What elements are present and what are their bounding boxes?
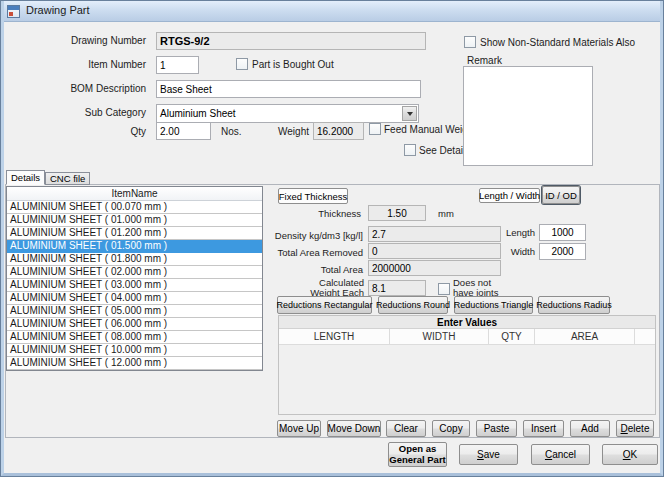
- sub-category-value: Aluminium Sheet: [160, 108, 236, 119]
- clear-button[interactable]: Clear: [386, 420, 426, 437]
- save-accel: S: [477, 449, 484, 460]
- bom-description-field[interactable]: Base Sheet: [156, 80, 421, 98]
- width-label: Width: [475, 246, 535, 257]
- feed-manual-weight-checkbox[interactable]: [369, 123, 381, 135]
- sub-category-select[interactable]: Aluminium Sheet: [156, 104, 419, 123]
- thickness-field: 1.50: [368, 205, 426, 221]
- tab-details[interactable]: Details: [6, 170, 45, 185]
- open-general-line2: General Part: [389, 455, 446, 466]
- weight-field: 16.2000: [313, 122, 364, 140]
- see-detail-label: See Detail: [419, 145, 465, 156]
- grid-title: Enter Values: [279, 316, 655, 329]
- list-item[interactable]: ALUMINIUM SHEET ( 03.000 mm ): [7, 279, 262, 292]
- length-label: Length: [475, 227, 535, 238]
- part-bought-out-label: Part is Bought Out: [252, 59, 334, 70]
- cancel-button[interactable]: Cancel: [531, 444, 590, 465]
- insert-button[interactable]: Insert: [523, 420, 564, 437]
- item-list: ItemName ALUMINIUM SHEET ( 00.070 mm )AL…: [6, 186, 263, 371]
- move-down-button[interactable]: Move Down: [327, 420, 381, 437]
- list-item[interactable]: ALUMINIUM SHEET ( 04.000 mm ): [7, 292, 262, 305]
- total-area-removed-label: Total Area Removed: [271, 247, 363, 258]
- save-button[interactable]: Save: [459, 444, 518, 465]
- list-item[interactable]: ALUMINIUM SHEET ( 01.000 mm ): [7, 214, 262, 227]
- remark-textarea[interactable]: [463, 66, 593, 166]
- add-button[interactable]: Add: [570, 420, 610, 437]
- bom-description-label: BOM Description: [41, 83, 146, 94]
- density-label: Density kg/dm3 [kg/l]: [259, 230, 363, 241]
- grid-col-filler: [635, 329, 655, 344]
- total-area-field: 2000000: [368, 260, 501, 276]
- fixed-thickness-button[interactable]: Fixed Thickness: [278, 188, 348, 204]
- item-list-header: ItemName: [7, 187, 262, 201]
- item-number-field[interactable]: 1: [156, 56, 199, 74]
- length-width-button[interactable]: Length / Width: [479, 188, 540, 203]
- open-as-general-part-button[interactable]: Open as General Part: [388, 442, 447, 467]
- grid-col-width: WIDTH: [390, 329, 489, 344]
- ok-button[interactable]: OK: [602, 444, 658, 465]
- show-nonstandard-label: Show Non-Standard Materials Also: [480, 37, 635, 48]
- delete-accel: D: [621, 423, 628, 434]
- id-od-button[interactable]: ID / OD: [542, 186, 580, 204]
- reductions-radius-button[interactable]: Reductions Radius: [538, 296, 610, 314]
- grid-body[interactable]: [279, 345, 655, 414]
- cancel-accel: C: [545, 449, 552, 460]
- part-bought-out-checkbox[interactable]: [236, 58, 248, 70]
- move-up-button[interactable]: Move Up: [277, 420, 321, 437]
- list-item[interactable]: ALUMINIUM SHEET ( 01.500 mm ): [7, 240, 262, 253]
- delete-rest: elete: [628, 423, 650, 434]
- show-nonstandard-checkbox[interactable]: [464, 36, 476, 48]
- reductions-rectangular-button[interactable]: Reductions Rectangular: [277, 296, 372, 314]
- window-title: Drawing Part: [26, 4, 90, 16]
- thickness-label: Thickness: [271, 208, 361, 219]
- cancel-rest: ancel: [552, 449, 576, 460]
- delete-button[interactable]: Delete: [616, 420, 654, 437]
- list-item[interactable]: ALUMINIUM SHEET ( 06.000 mm ): [7, 318, 262, 331]
- app-icon: [7, 5, 20, 18]
- qty-unit-label: Nos.: [221, 126, 242, 137]
- total-area-label: Total Area: [271, 264, 363, 275]
- tab-cnc-file[interactable]: CNC file: [45, 172, 90, 185]
- drawing-number-field: RTGS-9/2: [156, 32, 426, 50]
- grid-col-area: AREA: [535, 329, 635, 344]
- sub-category-label: Sub Category: [56, 107, 146, 118]
- grid-column-headers: LENGTH WIDTH QTY AREA: [279, 329, 655, 345]
- list-item[interactable]: ALUMINIUM SHEET ( 01.800 mm ): [7, 253, 262, 266]
- list-item[interactable]: ALUMINIUM SHEET ( 02.000 mm ): [7, 266, 262, 279]
- list-item[interactable]: ALUMINIUM SHEET ( 01.200 mm ): [7, 227, 262, 240]
- ok-rest: K: [631, 449, 638, 460]
- weight-label: Weight: [273, 126, 309, 137]
- list-item[interactable]: ALUMINIUM SHEET ( 00.070 mm ): [7, 201, 262, 214]
- reductions-triangle-button[interactable]: Reductions Triangle: [454, 296, 533, 314]
- ok-accel: O: [623, 449, 631, 460]
- grid-col-length: LENGTH: [279, 329, 390, 344]
- grid-col-qty: QTY: [489, 329, 535, 344]
- list-item[interactable]: ALUMINIUM SHEET ( 12.000 mm ): [7, 357, 262, 370]
- paste-button[interactable]: Paste: [476, 420, 517, 437]
- list-item[interactable]: ALUMINIUM SHEET ( 05.000 mm ): [7, 305, 262, 318]
- qty-field[interactable]: 2.00: [156, 122, 211, 140]
- width-field[interactable]: 2000: [539, 243, 586, 260]
- list-item[interactable]: ALUMINIUM SHEET ( 10.000 mm ): [7, 344, 262, 357]
- remark-label: Remark: [467, 55, 502, 66]
- thickness-unit-label: mm: [438, 208, 454, 219]
- calculated-weight-field: 8.1: [368, 280, 426, 296]
- title-bar: Drawing Part: [1, 1, 663, 22]
- no-joints-checkbox[interactable]: [438, 283, 450, 295]
- copy-button[interactable]: Copy: [432, 420, 470, 437]
- drawing-number-label: Drawing Number: [41, 35, 146, 46]
- list-item[interactable]: ALUMINIUM SHEET ( 08.000 mm ): [7, 331, 262, 344]
- chevron-down-icon[interactable]: [402, 106, 417, 121]
- calculated-weight-label: Calculated Weight Each: [279, 278, 364, 297]
- length-field[interactable]: 1000: [539, 224, 586, 241]
- open-general-line1: Open as: [399, 444, 437, 455]
- item-number-label: Item Number: [61, 59, 146, 70]
- see-detail-checkbox[interactable]: [404, 144, 416, 156]
- save-rest: ave: [484, 449, 500, 460]
- reductions-round-button[interactable]: Reductions Round: [378, 296, 448, 314]
- no-joints-label: Does not have joints: [453, 278, 513, 297]
- qty-label: Qty: [111, 126, 146, 137]
- enter-values-grid: Enter Values LENGTH WIDTH QTY AREA: [278, 315, 656, 415]
- drawing-part-window: Drawing Part ✕ Drawing Number RTGS-9/2 I…: [0, 0, 664, 477]
- item-list-rows: ALUMINIUM SHEET ( 00.070 mm )ALUMINIUM S…: [7, 201, 262, 370]
